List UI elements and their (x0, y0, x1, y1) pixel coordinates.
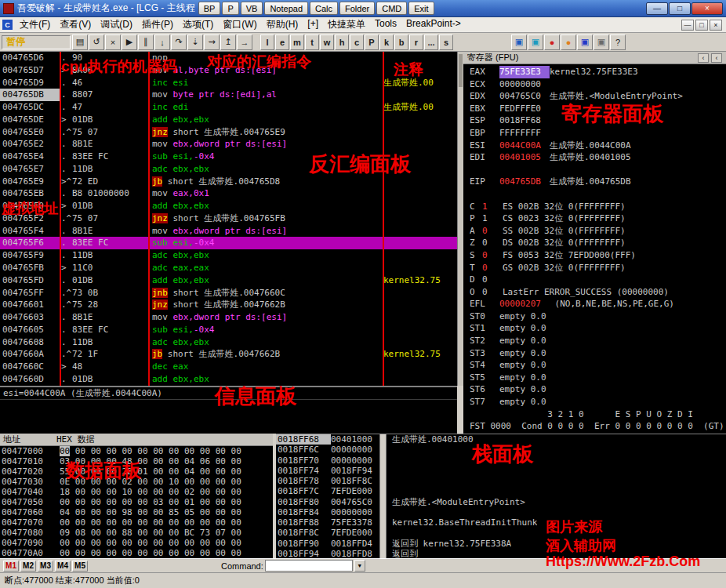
options-icon[interactable]: ▣ (594, 34, 609, 50)
stack-row[interactable]: 0018FF8C7EFDE000 (276, 528, 726, 538)
record-run-icon[interactable]: ● (544, 34, 560, 50)
register-row[interactable]: ESP0018FF68 (470, 114, 726, 127)
stack-row[interactable]: 0018FF740018FF94 (276, 466, 726, 476)
disasm-row[interactable]: 004765FB>11C0adc eax,eax (0, 262, 457, 274)
stack-row[interactable]: 0018FF900018FFD4返回到 kernel32.75FE338A (276, 539, 726, 549)
trace-over-icon[interactable]: ⇝ (204, 34, 220, 50)
fpu-register-row[interactable]: ST7empty 0.0 (470, 396, 726, 408)
stack-row[interactable]: 0018FF8875FE3378kernel32.BaseThreadInitT… (276, 517, 726, 528)
titlebar-button-folder[interactable]: Folder (339, 2, 375, 15)
memory-tab-m4[interactable]: M4 (55, 561, 71, 572)
efl-row[interactable]: EFL00000207 (NO,B,NE,BE,NS,PE,GE,G) (470, 298, 726, 310)
disasm-row[interactable]: 004765D6.90nop (0, 52, 457, 64)
dump-row[interactable]: 0047709000 00 00 00 00 00 00 00 00 00 00… (0, 538, 273, 548)
toolbar-window-button-r[interactable]: r (409, 34, 423, 50)
dump-row[interactable]: 0047704018 00 00 00 10 00 00 00 02 00 00… (0, 487, 273, 497)
memory-window-icon[interactable]: ▣ (528, 34, 543, 50)
minimize-button[interactable]: — (646, 2, 668, 15)
disasm-row[interactable]: 00476601.^75 28jnz short 生成带姓.0047662B (0, 299, 457, 311)
flag-row[interactable]: P1CS 0023 32位 0(FFFFFFFF) (470, 212, 726, 225)
toolbar-window-button-b[interactable]: b (394, 34, 408, 50)
fpu-register-row[interactable]: ST3empty 0.0 (470, 347, 726, 360)
disasm-row[interactable]: 004765FF.^73 0Bjnb short 生成带姓.0047660C (0, 287, 457, 299)
register-row[interactable]: EBPFFFFFFFF (470, 127, 726, 140)
register-panel-nav-button-1[interactable]: ‹ (711, 53, 722, 63)
register-row[interactable]: EDI00401005生成带姓.00401005 (470, 151, 726, 164)
stack-row[interactable]: 0018FF7C7EFDE000 (276, 486, 726, 496)
goto-icon[interactable]: → (237, 34, 252, 50)
close-program-icon[interactable]: × (105, 34, 121, 50)
command-dropdown-icon[interactable]: ▼ (354, 560, 365, 572)
menu-item-2[interactable]: 调试(D) (96, 17, 137, 32)
menu-item-10[interactable]: BreakPoint-> (401, 17, 466, 32)
fpu-register-row[interactable]: ST0empty 0.0 (470, 310, 726, 323)
flag-row[interactable]: C1ES 002B 32位 0(FFFFFFFF) (470, 201, 726, 213)
disasm-row[interactable]: 004765F6.83EE FCsub esi,-0x4 (0, 237, 457, 249)
mdi-minimize-button[interactable]: — (681, 20, 694, 31)
fpu-register-row[interactable]: ST1empty 0.0 (470, 322, 726, 335)
disasm-row[interactable]: 004765F4.8B1Emov ebx,dword ptr ds:[esi] (0, 225, 457, 238)
dump-row[interactable]: 0047705000 00 00 00 00 00 03 00 01 00 00… (0, 497, 273, 507)
mdi-restore-button[interactable]: □ (695, 20, 708, 31)
register-row[interactable]: EIP004765DB生成带姓.004765DB (470, 176, 726, 188)
toolbar-window-button-dotdotdot[interactable]: ... (424, 34, 438, 50)
disassembly-scrollbar[interactable] (457, 52, 463, 386)
run-icon[interactable]: ▶ (122, 34, 137, 50)
titlebar-button-cmd[interactable]: CMD (376, 2, 407, 15)
disasm-row[interactable]: 004765F9.11DBadc ebx,ebx (0, 249, 457, 262)
open-file-icon[interactable]: ▤ (72, 34, 88, 50)
memory-tab-m1[interactable]: M1 (3, 561, 19, 572)
menu-item-9[interactable]: Tools (370, 17, 401, 32)
disasm-row[interactable]: 004765EB.B8 01000000mov eax,0x1 (0, 187, 457, 200)
disasm-row[interactable]: 004765DC.47inc edi生成带姓.00 (0, 101, 457, 114)
menu-item-0[interactable]: 文件(F) (15, 17, 55, 32)
toolbar-window-button-k[interactable]: k (379, 34, 394, 50)
flag-row[interactable]: D0 (470, 274, 726, 286)
titlebar-button-bp[interactable]: BP (198, 2, 221, 15)
menu-item-7[interactable]: [+] (303, 17, 323, 32)
command-input[interactable] (265, 560, 353, 572)
disasm-row[interactable]: 004765F0>01DBadd ebx,ebx (0, 200, 457, 212)
register-row[interactable]: ECX00000000 (470, 78, 726, 91)
titlebar-button-p[interactable]: P (222, 2, 238, 15)
disasm-row[interactable]: 004765F2.^75 07jnz short 生成带姓.004765FB (0, 212, 457, 225)
dump-row[interactable]: 0047707000 00 00 00 00 00 00 00 00 00 00… (0, 517, 273, 528)
register-row[interactable]: EAX75FE33E3kernel32.75FE33E3 (470, 66, 726, 78)
record-pause-icon[interactable]: ● (561, 34, 576, 50)
flag-row[interactable]: Z0DS 002B 32位 0(FFFFFFFF) (470, 237, 726, 249)
mdi-close-button[interactable]: × (710, 20, 722, 31)
disasm-row[interactable]: 0047660A.^72 1Fjb short 生成带姓.0047662Bker… (0, 348, 457, 361)
stack-scrollbar[interactable] (379, 434, 387, 558)
toolbar-window-button-h[interactable]: h (335, 34, 349, 50)
menu-item-8[interactable]: 快捷菜单 (323, 17, 370, 32)
dump-row[interactable]: 0047708009 08 00 00 88 00 00 00 BC 73 07… (0, 528, 273, 538)
disasm-row[interactable]: 004765D7>8A06mov al,byte ptr ds:[esi] (0, 64, 457, 77)
menu-item-6[interactable]: 帮助(H) (262, 17, 303, 32)
stack-row[interactable]: 0018FF80004765C0生成带姓.<ModuleEntryPoint> (276, 497, 726, 507)
fpu-register-row[interactable]: ST6empty 0.0 (470, 383, 726, 396)
help-icon[interactable]: ? (610, 34, 626, 50)
windows-list-icon[interactable]: ▣ (577, 34, 593, 50)
menu-item-1[interactable]: 查看(V) (55, 17, 96, 32)
trace-into-icon[interactable]: ⇣ (187, 34, 203, 50)
fpu-register-row[interactable]: ST4empty 0.0 (470, 359, 726, 372)
disasm-row[interactable]: 00476603.8B1Emov ebx,dword ptr ds:[esi] (0, 311, 457, 324)
disasm-row[interactable]: 004765E2.8B1Emov ebx,dword ptr ds:[esi] (0, 138, 457, 151)
toolbar-window-button-e[interactable]: e (275, 34, 289, 50)
menu-item-4[interactable]: 选项(T) (178, 17, 218, 32)
toolbar-window-button-w[interactable]: w (320, 34, 334, 50)
memory-tab-m2[interactable]: M2 (20, 561, 36, 572)
disasm-row[interactable]: 0047660C>48dec eax (0, 361, 457, 373)
fpu-register-row[interactable]: ST2empty 0.0 (470, 335, 726, 347)
disasm-row[interactable]: 004765DB.8807mov byte ptr ds:[edi],al (0, 89, 457, 101)
register-row[interactable]: EDX004765C0生成带姓.<ModuleEntryPoint> (470, 90, 726, 103)
stack-row[interactable]: 0018FF940018FFD8返回到 (276, 549, 726, 558)
toolbar-window-button-t[interactable]: t (305, 34, 319, 50)
toolbar-window-button-m[interactable]: m (290, 34, 304, 50)
disasm-row[interactable]: 004765DE>01DBadd ebx,ebx (0, 114, 457, 126)
memory-tab-m3[interactable]: M3 (38, 561, 53, 572)
scrollbar-thumb[interactable] (459, 54, 463, 87)
flag-row[interactable]: A0SS 002B 32位 0(FFFFFFFF) (470, 225, 726, 238)
disasm-row[interactable]: 004765FD.01DBadd ebx,ebxkernel32.75 (0, 274, 457, 287)
step-over-icon[interactable]: ↷ (171, 34, 187, 50)
